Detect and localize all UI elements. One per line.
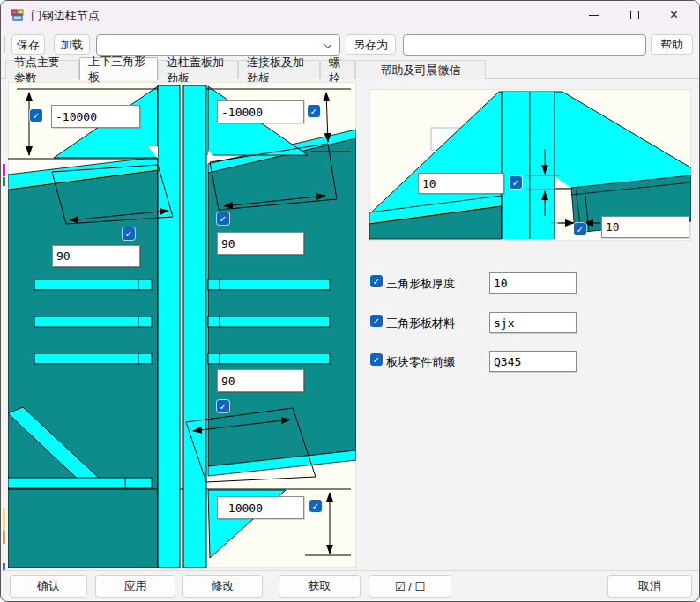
tab-bolts[interactable]: 螺栓 [320,60,355,79]
plate-material-label: 三角形板材料 [386,316,455,331]
dim-mid-right-checkbox[interactable]: ✓ [217,212,229,225]
check-icon: ✓ [312,502,319,511]
plate-thickness-label: 三角形板厚度 [386,276,455,292]
window-title: 门钢边柱节点 [31,8,100,24]
maximize-button[interactable] [614,1,654,29]
close-icon: × [670,8,678,22]
save-button[interactable]: 保存 [11,34,45,55]
plate-material-field[interactable] [489,312,577,333]
preset-combobox[interactable] [96,34,340,56]
toolbar-grip [4,35,5,53]
dim-top-right-checkbox[interactable]: ✓ [308,105,320,117]
dim-bottom-field[interactable] [217,496,304,519]
modify-button[interactable]: 修改 [182,575,263,598]
chevron-down-icon [324,41,331,48]
check-icon: ✓ [373,316,380,326]
check-icon: ✓ [33,111,40,121]
bottom-flange-plate [8,478,152,488]
plate-thickness-checkbox[interactable]: ✓ [370,275,383,287]
part-prefix-field[interactable] [489,351,577,372]
dim-lower-right-field[interactable] [217,369,304,392]
cancel-button[interactable]: 取消 [607,575,692,598]
tab-column-cover-stiffener[interactable]: 边柱盖板加劲板 [158,60,238,79]
check-icon: ✓ [220,402,227,412]
dialog-window: 门钢边柱节点 × 保存 加载 另存为 帮助 节点主要参数 上下三角形板 边柱盖板… [0,0,700,602]
fetch-button[interactable]: 获取 [279,575,361,598]
check-icon: ✓ [373,355,380,365]
close-button[interactable]: × [654,1,694,29]
load-button[interactable]: 加载 [54,34,90,55]
apply-button[interactable]: 应用 [95,575,175,598]
part-prefix-checkbox[interactable]: ✓ [370,353,383,366]
dim-mid-left-checkbox[interactable]: ✓ [123,227,135,240]
part-prefix-label: 板块零件前缀 [386,354,455,370]
tab-strip: 节点主要参数 上下三角形板 边柱盖板加劲板 连接板及加劲板 螺栓 帮助及司晨微信 [1,57,699,79]
check-icon: ✓ [220,214,227,224]
dim-top-left-field[interactable] [51,105,140,128]
app-icon [11,8,25,22]
dim-top-right-field[interactable] [217,100,304,123]
tab-node-main-params[interactable]: 节点主要参数 [5,60,79,79]
dim-mid-right-field[interactable] [217,232,304,255]
thickness-top-field[interactable] [418,173,504,194]
dim-mid-left-field[interactable] [52,245,140,267]
check-icon: ✓ [125,229,132,239]
thickness-bottom-checkbox[interactable]: ✓ [574,223,586,235]
dim-bottom-checkbox[interactable]: ✓ [309,500,322,512]
column [502,92,555,239]
check-icon: ✓ [310,107,317,116]
toggle-all-checkboxes-button[interactable]: ☑ / ☐ [369,575,451,598]
minimize-icon [589,15,599,16]
plate-material-checkbox[interactable]: ✓ [370,315,383,327]
confirm-button[interactable]: 确认 [10,575,87,598]
node-elevation-drawing [8,82,356,568]
tab-help-wechat[interactable]: 帮助及司晨微信 [355,60,486,79]
dim-top-left-checkbox[interactable]: ✓ [30,109,42,122]
save-as-button[interactable]: 另存为 [346,34,396,55]
tab-connection-stiffener[interactable]: 连接板及加劲板 [238,60,320,79]
filename-input[interactable] [403,34,646,56]
thickness-top-checkbox[interactable]: ✓ [510,176,522,189]
minimize-button[interactable] [574,1,614,29]
dim-lower-right-checkbox[interactable]: ✓ [217,400,229,412]
tab-upper-lower-triangle-plates[interactable]: 上下三角形板 [79,57,158,80]
title-bar: 门钢边柱节点 × [1,1,699,29]
help-button[interactable]: 帮助 [651,34,693,55]
check-icon: ✓ [373,277,380,286]
check-icon: ✓ [512,178,519,188]
footer-separator [1,570,699,571]
plate-thickness-field[interactable] [489,272,577,294]
check-icon: ✓ [577,225,584,234]
thickness-bottom-field[interactable] [601,216,689,238]
maximize-icon [630,11,639,19]
